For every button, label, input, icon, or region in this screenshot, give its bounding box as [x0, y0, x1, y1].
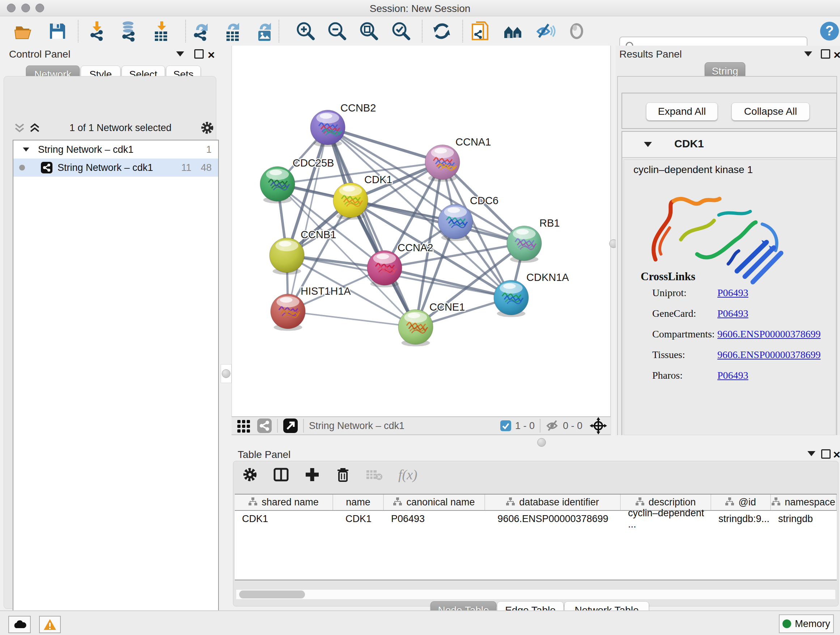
zoom-selected-icon[interactable]: [391, 21, 412, 42]
memory-label: Memory: [795, 618, 830, 630]
panel-menu-icon[interactable]: [804, 51, 812, 57]
memory-button[interactable]: Memory: [779, 614, 834, 633]
cloud-status-button[interactable]: [8, 616, 31, 633]
share-view-icon[interactable]: [257, 418, 272, 433]
crosslink-label: Tissues:: [652, 349, 685, 361]
crosslink-link[interactable]: 9606.ENSP00000378699: [717, 328, 821, 340]
import-network-file-icon[interactable]: [88, 21, 109, 42]
delete-column-icon[interactable]: [335, 467, 351, 483]
footer-divider: [540, 419, 540, 432]
collapse-all-button[interactable]: Collapse All: [731, 103, 810, 120]
table-gear-icon[interactable]: [242, 467, 258, 483]
panel-menu-icon[interactable]: [176, 51, 184, 57]
control-panel-body: 1 of 1 Network selected String Network –…: [4, 76, 216, 609]
export-network-icon[interactable]: [191, 21, 212, 42]
node-CCNE1[interactable]: [398, 310, 433, 347]
network-canvas[interactable]: CCNB2CCNA1CDC25BCDK1CDC6RB1CCNB1CCNA2CDK…: [232, 46, 611, 416]
zoom-fit-icon[interactable]: [358, 21, 379, 42]
node-HIST1H1A[interactable]: [271, 294, 305, 331]
birds-eye-icon[interactable]: [590, 417, 607, 434]
column-header-name[interactable]: name: [333, 494, 384, 510]
open-session-icon[interactable]: [14, 21, 35, 42]
hide-selected-icon[interactable]: [535, 21, 556, 42]
column-header-id[interactable]: @id: [711, 494, 771, 510]
detach-view-icon[interactable]: [283, 418, 298, 433]
panel-menu-icon[interactable]: [807, 451, 815, 456]
table-hscrollbar-thumb[interactable]: [239, 591, 305, 599]
network-from-selection-icon[interactable]: [470, 21, 491, 42]
table-cell[interactable]: P06493: [384, 511, 485, 527]
column-header-label: description: [649, 497, 696, 508]
panel-close-icon[interactable]: ×: [834, 51, 840, 59]
node-RB1[interactable]: [507, 226, 542, 263]
table-hscrollbar[interactable]: [236, 590, 835, 599]
section-collapse-icon[interactable]: [644, 142, 652, 147]
table-row[interactable]: CDK1CDK1P064939606.ENSP00000378699cyclin…: [235, 511, 837, 527]
left-splitter[interactable]: [220, 46, 232, 610]
warnings-button[interactable]: [39, 616, 61, 633]
edge-CCNB2-CCNE1[interactable]: [328, 127, 416, 327]
svg-text:?: ?: [825, 23, 834, 38]
footer-divider: [277, 419, 278, 432]
column-header-namespace[interactable]: namespace: [771, 494, 837, 510]
table-cell[interactable]: CDK1: [235, 511, 333, 527]
column-header-canonical-name[interactable]: canonical name: [384, 494, 485, 510]
right-splitter[interactable]: [611, 46, 616, 435]
export-image-icon[interactable]: [255, 21, 276, 42]
table-panel: Table Panel ×: [232, 449, 840, 610]
crosslink-link[interactable]: 9606.ENSP00000378699: [717, 349, 821, 361]
help-icon[interactable]: ?: [819, 21, 840, 42]
panel-close-icon[interactable]: ×: [833, 450, 840, 458]
panel-float-icon[interactable]: [821, 49, 830, 59]
horizontal-splitter-handle[interactable]: [537, 438, 546, 447]
collapse-all-icon[interactable]: [13, 121, 26, 134]
expand-all-button[interactable]: Expand All: [646, 103, 718, 120]
network-status-dot: [19, 165, 25, 171]
network-collection-row[interactable]: String Network – cdk1 1: [13, 141, 218, 158]
column-header-database-identifier[interactable]: database identifier: [485, 494, 621, 510]
table-cell[interactable]: CDK1: [333, 511, 384, 527]
export-table-icon[interactable]: [223, 21, 244, 42]
left-splitter-handle[interactable]: [222, 369, 231, 378]
collection-expand-icon[interactable]: [23, 147, 29, 151]
table-cell[interactable]: cyclin–dependent ...: [621, 511, 711, 527]
zoom-out-icon[interactable]: [327, 21, 347, 42]
panel-close-icon[interactable]: ×: [208, 51, 215, 59]
node-CDC25B[interactable]: [260, 166, 295, 203]
import-network-database-icon[interactable]: [118, 21, 140, 42]
panel-float-icon[interactable]: [194, 49, 204, 59]
cloud-icon: [12, 619, 27, 630]
node-CDKN1A[interactable]: [494, 280, 529, 317]
show-columns-icon[interactable]: [273, 467, 289, 483]
edge-CCNB2-CCNA1[interactable]: [328, 127, 442, 162]
create-column-icon[interactable]: [304, 467, 320, 483]
selected-checkbox-icon[interactable]: [500, 420, 512, 432]
horizontal-splitter[interactable]: [232, 435, 840, 449]
crosslink-link[interactable]: P06493: [717, 370, 748, 381]
crosslink-label: Compartments:: [652, 328, 715, 340]
apply-layout-icon[interactable]: [431, 21, 452, 42]
first-neighbors-icon[interactable]: [503, 21, 524, 42]
node-section-header[interactable]: CDK1: [622, 132, 836, 158]
view-grid-icon[interactable]: [236, 418, 252, 434]
crosslink-link[interactable]: P06493: [717, 308, 748, 319]
column-header-shared-name[interactable]: shared name: [235, 494, 333, 510]
options-gear-icon[interactable]: [200, 120, 215, 135]
node-label-CDK1: CDK1: [364, 174, 392, 185]
table-cell[interactable]: stringdb: [771, 511, 837, 527]
node-CCNB1[interactable]: [270, 238, 304, 275]
table-cell[interactable]: 9606.ENSP00000378699: [485, 511, 621, 527]
column-type-icon: [248, 497, 257, 508]
network-row[interactable]: String Network – cdk1 11 48: [13, 158, 218, 177]
expand-all-icon[interactable]: [28, 121, 41, 134]
save-session-icon[interactable]: [47, 21, 68, 42]
table-cell[interactable]: stringdb:9...: [711, 511, 771, 527]
panel-float-icon[interactable]: [821, 449, 831, 459]
edge-HIST1H1A-CCNE1[interactable]: [288, 311, 416, 327]
node-label-RB1: RB1: [539, 217, 560, 229]
show-all-icon[interactable]: [567, 21, 587, 42]
import-table-icon[interactable]: [151, 21, 172, 42]
node-CCNA1[interactable]: [425, 145, 460, 182]
zoom-in-icon[interactable]: [295, 21, 316, 42]
crosslink-link[interactable]: P06493: [717, 287, 748, 299]
